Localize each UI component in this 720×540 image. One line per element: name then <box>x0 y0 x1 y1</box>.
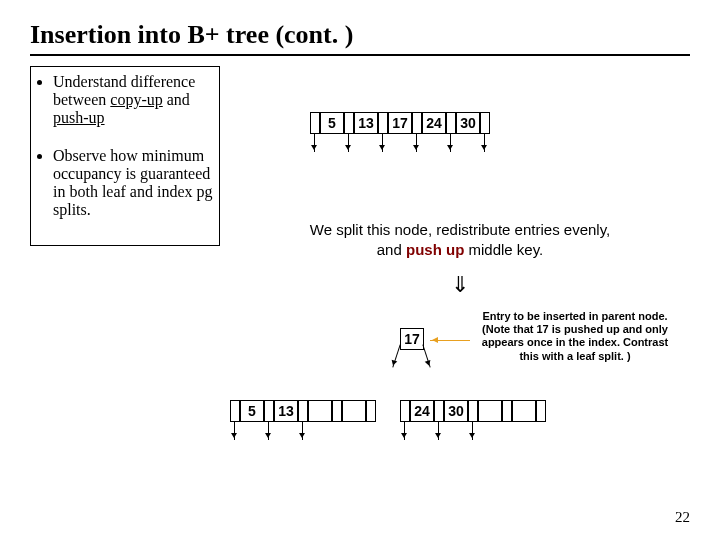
copy-up-term: copy-up <box>110 91 162 108</box>
title-rule <box>30 54 690 56</box>
caption-line-1: We split this node, redistribute entries… <box>230 220 690 240</box>
node-before-split: 5 13 17 24 30 <box>310 112 490 134</box>
pushed-up-key: 17 <box>400 328 424 350</box>
child-ptr-left <box>392 344 400 367</box>
ptr-cell <box>310 112 320 134</box>
push-up-term: push-up <box>53 109 105 126</box>
annotation-note: Entry to be inserted in parent node. (No… <box>470 310 680 363</box>
left-child-node: 5 13 <box>230 400 376 422</box>
bullets-box: Understand difference between copy-up an… <box>30 66 220 246</box>
key-cell: 5 <box>320 112 344 134</box>
down-arrow-icon: ⇓ <box>230 272 690 298</box>
page-number: 22 <box>675 509 690 526</box>
slide-title: Insertion into B+ tree (cont. ) <box>30 20 690 50</box>
ptr-arrow <box>314 134 315 152</box>
caption-line-2: and push up middle key. <box>230 240 690 260</box>
child-ptr-right <box>422 344 430 367</box>
bullet-2: Observe how minimum occupancy is guarant… <box>53 147 213 219</box>
push-up-highlight: push up <box>406 241 464 258</box>
right-child-node: 24 30 <box>400 400 546 422</box>
annotation-arrow-icon <box>430 340 470 341</box>
split-caption: We split this node, redistribute entries… <box>230 220 690 259</box>
bullet-1: Understand difference between copy-up an… <box>53 73 213 127</box>
middle-key: 17 <box>400 328 424 350</box>
